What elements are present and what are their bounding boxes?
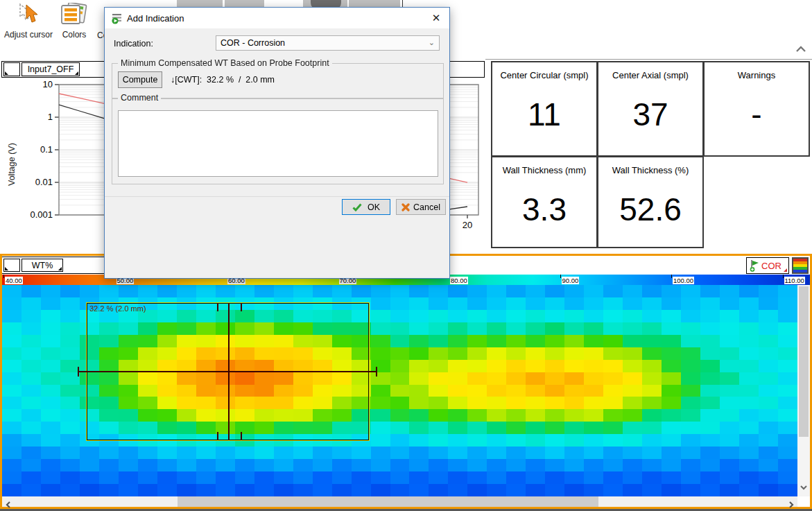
cor-indication-button[interactable]: COR	[746, 257, 789, 274]
ruler-tick	[560, 275, 561, 278]
compute-button-label: Compute	[123, 75, 158, 85]
wt-map-panel: WT% COR 40.0050.0060.0070.0080.0090.0010…	[0, 254, 812, 509]
cwt-group-title: Minimum Compensated WT Based on Probe Fo…	[118, 58, 332, 68]
ruler-tick	[3, 275, 4, 278]
rainbow-icon	[793, 259, 807, 272]
colormap-button[interactable]	[792, 257, 809, 274]
stat-value: -	[705, 96, 809, 133]
cancel-button[interactable]: Cancel	[396, 199, 446, 215]
stat-cell-wall-thickness-mm: Wall Thickness (mm) 3.3	[491, 156, 598, 248]
ruler-tick-label: 90.00	[562, 277, 580, 284]
dialog-footer-separator	[105, 196, 449, 197]
stat-value: 52.6	[598, 191, 702, 228]
comment-groupbox: Comment	[112, 98, 444, 184]
ok-check-icon	[352, 203, 362, 211]
v-scrollbar-thumb[interactable]	[799, 286, 809, 437]
tab-corner-fold	[5, 267, 8, 270]
cor-corner-fold	[784, 268, 787, 272]
ruler-tick-label: 80.00	[450, 277, 468, 284]
colors-label: Colors	[57, 30, 92, 40]
stat-cell-warnings: Warnings -	[703, 61, 810, 157]
ok-button[interactable]: OK	[342, 199, 390, 215]
tab-corner-fold	[5, 71, 8, 75]
stat-value: 3.3	[492, 191, 596, 228]
indication-combobox-value: COR - Corrosion	[221, 38, 285, 48]
map-vertical-scrollbar[interactable]	[797, 285, 810, 496]
svg-text:20: 20	[463, 220, 472, 230]
stat-cell-wall-thickness-pct: Wall Thickness (%) 52.6	[597, 156, 704, 248]
adjust-cursor-icon	[16, 19, 41, 28]
stat-label: Center Axial (smpl)	[598, 70, 702, 80]
strip-chart-tab-label: Input7_OFF	[28, 64, 74, 74]
scroll-down-chevron[interactable]	[800, 481, 808, 494]
indication-combobox[interactable]: COR - Corrosion ⌄	[216, 35, 440, 51]
chevron-down-icon: ⌄	[429, 38, 435, 47]
tab-corner-fold	[58, 267, 62, 270]
dialog-title: Add Indication	[127, 13, 184, 24]
h-scrollbar-thumb[interactable]	[178, 496, 598, 507]
adjust-cursor-button[interactable]: Adjust cursor	[3, 3, 54, 40]
adjust-cursor-label: Adjust cursor	[3, 30, 54, 40]
stat-value: 11	[492, 96, 596, 133]
map-tab-label: WT%	[32, 261, 53, 270]
ruler-tick	[783, 275, 784, 278]
ruler-tick	[671, 275, 672, 278]
panel-divider-line	[485, 59, 812, 60]
indication-flag-icon	[749, 259, 760, 275]
cor-button-label: COR	[761, 261, 781, 271]
cancel-button-label: Cancel	[413, 202, 440, 212]
stat-cell-center-circular: Center Circular (smpl) 11	[491, 61, 598, 157]
map-small-tab[interactable]	[3, 259, 20, 272]
comment-textarea[interactable]	[118, 110, 438, 177]
svg-text:0.001: 0.001	[30, 209, 53, 220]
strip-chart-small-tab[interactable]	[3, 62, 20, 76]
dialog-titlebar[interactable]: Add Indication ✕	[105, 8, 449, 28]
cancel-x-icon	[401, 203, 410, 211]
map-tab-wt-percent[interactable]: WT%	[21, 259, 63, 272]
stat-cell-center-axial: Center Axial (smpl) 37	[597, 61, 704, 157]
cwt-result-text: ↓[CWT]: 32.2 % / 2.0 mm	[171, 75, 275, 85]
ok-button-label: OK	[368, 202, 380, 212]
compute-button[interactable]: Compute	[118, 71, 162, 88]
add-indication-dialog: Add Indication ✕ Indication: COR - Corro…	[104, 7, 450, 279]
stat-label: Center Circular (smpl)	[492, 70, 596, 80]
cwt-groupbox: Minimum Compensated WT Based on Probe Fo…	[112, 63, 444, 99]
stat-label: Warnings	[705, 70, 809, 80]
svg-text:0.1: 0.1	[40, 144, 53, 155]
collapse-up-chevron[interactable]	[795, 44, 807, 57]
wt-heatmap[interactable]	[2, 285, 797, 496]
stat-label: Wall Thickness (mm)	[492, 165, 596, 175]
ruler-tick-label: 100.00	[673, 277, 694, 284]
colors-button[interactable]: Colors	[57, 3, 92, 40]
colors-icon	[59, 19, 89, 28]
indication-label: Indication:	[114, 39, 153, 49]
map-horizontal-scrollbar[interactable]	[2, 496, 797, 507]
indication-stats-panel: Center Circular (smpl) 11 Center Axial (…	[491, 61, 810, 248]
svg-text:0.01: 0.01	[35, 177, 53, 187]
add-indication-icon	[111, 12, 123, 27]
svg-text:1: 1	[48, 112, 53, 122]
close-icon[interactable]: ✕	[430, 12, 442, 24]
ruler-tick-label: 40.00	[5, 277, 23, 284]
comment-group-title: Comment	[118, 93, 161, 103]
stat-label: Wall Thickness (%)	[598, 165, 702, 175]
tab-corner-fold	[75, 71, 78, 75]
ruler-tick-label: 110.00	[784, 277, 805, 284]
svg-text:10: 10	[43, 79, 53, 89]
stat-value: 37	[598, 96, 702, 133]
strip-chart-tab-input7-off[interactable]: Input7_OFF	[21, 62, 80, 76]
